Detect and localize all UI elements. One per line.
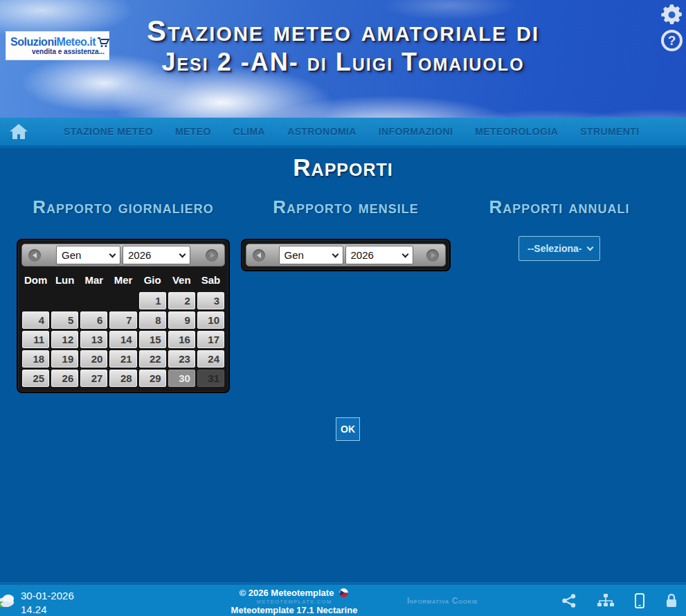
- next-month-button[interactable]: [426, 249, 439, 262]
- weekday-label: Lun: [51, 274, 78, 286]
- next-month-button[interactable]: [206, 249, 218, 262]
- calendar-day-1[interactable]: 1: [139, 292, 166, 309]
- nav-item-stazione-meteo[interactable]: STAZIONE METEO: [53, 126, 164, 137]
- weekday-label: Gio: [139, 274, 166, 286]
- calendar-empty-cell: [80, 292, 107, 309]
- help-icon[interactable]: ?: [661, 30, 683, 51]
- arrow-right-icon: [210, 253, 215, 258]
- nav-item-meteo[interactable]: METEO: [164, 126, 222, 137]
- settings-gear-icon[interactable]: [660, 3, 683, 26]
- calendar-day-27[interactable]: 27: [80, 370, 107, 387]
- arrow-right-icon: [431, 253, 435, 258]
- calendar-day-5[interactable]: 5: [51, 311, 78, 329]
- monthly-selector: Gen 2026: [241, 239, 451, 271]
- calendar-day-22[interactable]: 22: [139, 350, 166, 368]
- calendar-day-21[interactable]: 21: [109, 350, 136, 368]
- station-title-line2: Jesi 2 -AN- di Luigi Tomaiuolo: [0, 47, 686, 77]
- footer-datetime: 30-01-2026 14.24: [21, 589, 74, 616]
- calendar-day-10[interactable]: 10: [197, 311, 224, 329]
- arrow-left-icon: [33, 253, 37, 258]
- weekday-label: Ven: [168, 274, 195, 286]
- main-navigation: STAZIONE METEO METEO CLIMA ASTRONOMIA IN…: [0, 118, 686, 148]
- weather-condition-icon: [0, 591, 18, 612]
- monthly-header-bar: Gen 2026: [246, 244, 446, 266]
- site-footer: 30-01-2026 14.24 © 2026 Meteotemplate ME…: [0, 582, 686, 616]
- calendar-day-4[interactable]: 4: [22, 311, 49, 329]
- mobile-phone-icon[interactable]: [635, 593, 644, 608]
- monthly-year-select[interactable]: 2026: [345, 246, 413, 264]
- copyright-text[interactable]: © 2026 Meteotemplate: [240, 588, 334, 598]
- station-title-line1: Stazione meteo amatoriale di: [0, 15, 686, 47]
- calendar-day-24[interactable]: 24: [197, 350, 224, 368]
- weekday-label: Mar: [80, 274, 107, 286]
- calendar-day-8[interactable]: 8: [139, 311, 166, 329]
- site-header: SoluzioniMeteo.it vendita e assistenza..…: [0, 0, 686, 118]
- daily-calendar: Gen 2026 Dom Lun Mar Mer Gio Ven Sab 123…: [17, 239, 230, 393]
- calendar-day-6[interactable]: 6: [80, 311, 107, 329]
- annual-report-select[interactable]: --Seleziona--: [518, 236, 600, 261]
- nav-item-informazioni[interactable]: INFORMAZIONI: [368, 126, 464, 137]
- calendar-day-25[interactable]: 25: [22, 370, 49, 387]
- station-title: Stazione meteo amatoriale di Jesi 2 -AN-…: [0, 15, 686, 77]
- daily-report-heading: Rapporto giornaliero: [17, 197, 230, 218]
- calendar-day-14[interactable]: 14: [109, 331, 136, 348]
- calendar-day-2[interactable]: 2: [168, 292, 195, 309]
- nav-item-strumenti[interactable]: STRUMENTI: [569, 126, 650, 137]
- calendar-day-26[interactable]: 26: [51, 370, 78, 387]
- footer-date: 30-01-2026: [21, 589, 74, 603]
- footer-credits: © 2026 Meteotemplate METEOTEMPLATE.COM M…: [194, 588, 395, 615]
- calendar-day-18[interactable]: 18: [22, 350, 49, 368]
- calendar-day-9[interactable]: 9: [168, 311, 195, 329]
- calendar-day-31: 31: [197, 370, 224, 387]
- calendar-grid: 1234567891011121314151617181920212223242…: [21, 292, 225, 388]
- lock-icon[interactable]: [665, 593, 678, 608]
- calendar-day-30[interactable]: 30: [168, 370, 195, 387]
- nav-item-meteorologia[interactable]: METEOROLOGIA: [464, 126, 569, 137]
- weekday-label: Mer: [109, 274, 136, 286]
- calendar-day-7[interactable]: 7: [109, 311, 136, 329]
- page-title: Rapporti: [0, 154, 686, 181]
- calendar-header-bar: Gen 2026: [21, 244, 225, 266]
- calendar-day-3[interactable]: 3: [197, 292, 224, 309]
- prev-month-button[interactable]: [28, 249, 41, 262]
- calendar-day-17[interactable]: 17: [197, 331, 224, 348]
- home-icon[interactable]: [9, 123, 28, 141]
- meteotemplate-site-link[interactable]: METEOTEMPLATE.COM: [194, 599, 395, 605]
- arrow-left-icon: [257, 253, 261, 258]
- annual-reports-heading: Rapporti annuali: [457, 197, 662, 218]
- footer-time: 14.24: [21, 603, 74, 616]
- monthly-month-select[interactable]: Gen: [279, 246, 343, 264]
- calendar-day-16[interactable]: 16: [168, 331, 195, 348]
- template-version: Meteotemplate 17.1 Nectarine: [194, 605, 395, 615]
- cookie-policy-link[interactable]: Informativa Cookie: [407, 596, 478, 606]
- calendar-day-13[interactable]: 13: [80, 331, 107, 348]
- annual-selector: --Seleziona--: [518, 236, 600, 261]
- weekday-label: Sab: [197, 274, 224, 286]
- main-content: Rapporti Rapporto giornaliero Rapporto m…: [0, 148, 686, 579]
- calendar-empty-cell: [22, 292, 49, 309]
- calendar-day-15[interactable]: 15: [139, 331, 166, 348]
- weekday-header-row: Dom Lun Mar Mer Gio Ven Sab: [21, 266, 225, 292]
- calendar-day-23[interactable]: 23: [168, 350, 195, 368]
- prev-month-button[interactable]: [253, 249, 265, 262]
- nav-item-astronomia[interactable]: ASTRONOMIA: [276, 126, 368, 137]
- nav-item-clima[interactable]: CLIMA: [222, 126, 276, 137]
- daily-year-select[interactable]: 2026: [123, 246, 190, 264]
- czech-flag-icon: [339, 588, 349, 598]
- sitemap-icon[interactable]: [597, 594, 614, 608]
- calendar-day-19[interactable]: 19: [51, 350, 78, 368]
- calendar-day-20[interactable]: 20: [80, 350, 107, 368]
- calendar-empty-cell: [109, 292, 136, 309]
- calendar-day-12[interactable]: 12: [51, 331, 78, 348]
- calendar-day-11[interactable]: 11: [22, 331, 49, 348]
- calendar-empty-cell: [51, 292, 78, 309]
- share-icon[interactable]: [561, 594, 577, 608]
- calendar-day-28[interactable]: 28: [109, 370, 136, 387]
- calendar-day-29[interactable]: 29: [139, 370, 166, 387]
- monthly-report-heading: Rapporto mensile: [241, 197, 451, 218]
- ok-button[interactable]: OK: [336, 417, 360, 441]
- weekday-label: Dom: [22, 274, 49, 286]
- daily-month-select[interactable]: Gen: [56, 246, 120, 264]
